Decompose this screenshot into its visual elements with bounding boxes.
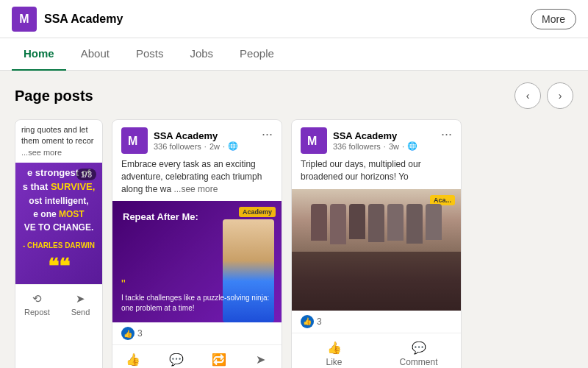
more-button[interactable]: More <box>531 9 576 29</box>
post-header-2: M SSA Academy 336 followers · 3w · 🌐 ··· <box>292 120 461 158</box>
section-title: Page posts <box>15 88 93 105</box>
globe-icon-2: 🌐 <box>407 141 417 151</box>
partial-send-btn[interactable]: ➤ Send <box>59 288 102 321</box>
author-meta-2: 336 followers · 3w · 🌐 <box>333 141 417 151</box>
send-button-1[interactable]: ➤ Send <box>240 348 282 368</box>
comment-label-2: Comment <box>399 357 437 367</box>
partial-see-more[interactable]: ...see more <box>21 148 62 157</box>
author-info-2: M SSA Academy 336 followers · 3w · 🌐 <box>301 127 417 154</box>
svg-text:M: M <box>128 135 137 147</box>
action-buttons-2: 👍 Like 💬 Comment <box>292 333 461 368</box>
quote-box: " I tackle challenges like a puzzle-solv… <box>121 277 273 314</box>
post-image-1: 1/3 e strongest of s that SURVIVE, ost i… <box>15 163 102 284</box>
posts-grid: ring quotes and let them oment to recor … <box>15 119 573 368</box>
top-bar: M SSA Academy More <box>0 0 588 38</box>
tab-posts[interactable]: Posts <box>124 38 176 71</box>
nav-tabs: Home About Posts Jobs People <box>0 38 588 71</box>
like-reaction-icon-1: 👍 <box>121 327 135 340</box>
send-label: Send <box>71 308 90 316</box>
post-header-1: M SSA Academy 336 followers · 2w · 🌐 ··· <box>112 120 282 158</box>
logo-area: M SSA Academy <box>12 7 123 32</box>
send-icon: ➤ <box>76 292 85 305</box>
comment-button-2[interactable]: 💬 Comment <box>376 336 461 368</box>
comment-icon-2: 💬 <box>412 341 426 355</box>
action-buttons-1: 👍 Like 💬 Comment 🔁 Repost ➤ Send <box>112 344 282 368</box>
post-more-dots-1[interactable]: ··· <box>262 127 273 141</box>
reactions-count-2: 3 <box>317 316 322 327</box>
post-card-1: M SSA Academy 336 followers · 2w · 🌐 ···… <box>112 119 282 368</box>
post-text-1: Embrace every task as an exciting advent… <box>112 158 282 201</box>
like-reaction-icon-2: 👍 <box>301 315 314 328</box>
section-header: Page posts ‹ › <box>15 82 573 109</box>
reactions-bar-1: 👍 3 <box>112 322 282 344</box>
tab-people[interactable]: People <box>228 38 286 71</box>
author-avatar-2: M <box>301 127 327 154</box>
tab-jobs[interactable]: Jobs <box>178 38 225 71</box>
see-more-1[interactable]: ...see more <box>173 184 218 194</box>
company-name: SSA Academy <box>44 13 123 26</box>
tab-home[interactable]: Home <box>12 38 66 71</box>
nav-arrows: ‹ › <box>514 82 573 109</box>
company-logo: M <box>12 7 37 32</box>
author-avatar-1: M <box>121 127 148 154</box>
post-image-text: e strongest of s that SURVIVE, ost intel… <box>17 163 101 284</box>
main-content: Page posts ‹ › ring quotes and let them … <box>0 71 588 368</box>
repost-icon: ⟲ <box>32 292 42 305</box>
svg-text:M: M <box>307 135 317 147</box>
repost-icon-1: 🔁 <box>212 353 226 367</box>
globe-icon: 🌐 <box>228 141 238 151</box>
partial-repost-btn[interactable]: ⟲ Repost <box>15 288 59 321</box>
post-more-dots-2[interactable]: ··· <box>441 127 452 141</box>
post-text-2: Tripled our days, multiplied our broaden… <box>292 158 461 189</box>
comment-icon-1: 💬 <box>169 353 184 367</box>
like-button-1[interactable]: 👍 Like <box>112 348 154 368</box>
post-card-partial: ring quotes and let them oment to recor … <box>15 119 103 368</box>
author-details-2: SSA Academy 336 followers · 3w · 🌐 <box>333 130 417 151</box>
tab-about[interactable]: About <box>69 38 121 71</box>
repeat-after-me-text: Repeat After Me: <box>123 211 198 222</box>
author-name-2: SSA Academy <box>333 130 417 141</box>
image-badge: 1/3 <box>76 169 96 180</box>
partial-post-text: ring quotes and let them oment to recor <box>21 125 93 145</box>
like-icon-1: 👍 <box>126 353 140 367</box>
like-label-2: Like <box>326 357 342 367</box>
author-details-1: SSA Academy 336 followers · 2w · 🌐 <box>154 130 238 151</box>
author-name-1: SSA Academy <box>154 130 238 141</box>
repost-button-1[interactable]: 🔁 Repost <box>198 348 240 368</box>
reactions-bar-2: 👍 3 <box>292 311 461 333</box>
prev-arrow-button[interactable]: ‹ <box>514 82 541 109</box>
send-icon-1: ➤ <box>256 353 265 367</box>
repost-label: Repost <box>24 308 50 316</box>
like-button-2[interactable]: 👍 Like <box>292 336 376 368</box>
comment-button-1[interactable]: 💬 Comment <box>154 348 198 368</box>
post-card-2: M SSA Academy 336 followers · 3w · 🌐 ···… <box>291 119 462 368</box>
next-arrow-button[interactable]: › <box>547 82 573 109</box>
like-icon-2: 👍 <box>327 341 342 355</box>
author-meta-1: 336 followers · 2w · 🌐 <box>154 141 238 151</box>
author-info-1: M SSA Academy 336 followers · 2w · 🌐 <box>121 127 238 154</box>
post-image-2: Academy Repeat After Me: " I tackle chal… <box>112 201 282 322</box>
post-image-3: Aca... <box>292 189 461 311</box>
partial-actions: ⟲ Repost ➤ Send <box>15 284 102 324</box>
reactions-count-1: 3 <box>137 328 143 339</box>
